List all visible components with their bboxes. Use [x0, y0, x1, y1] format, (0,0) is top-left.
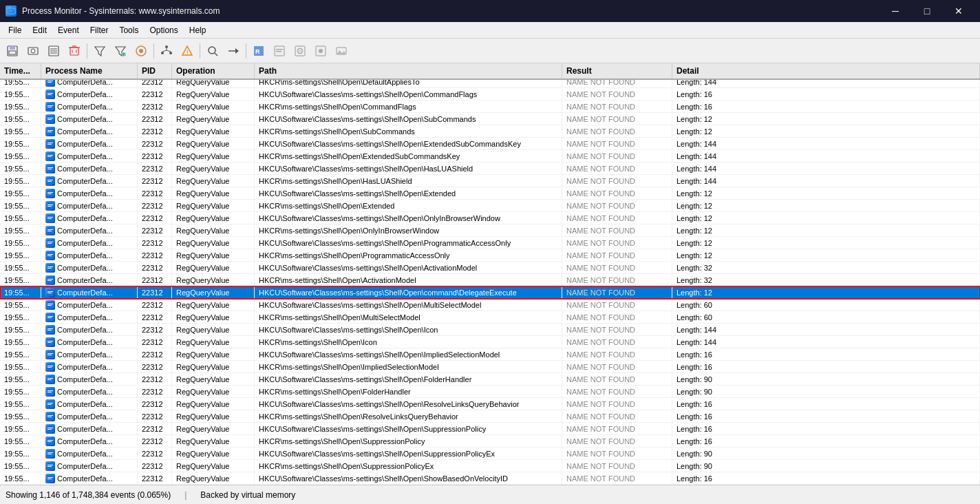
- table-row[interactable]: 19:55... ComputerDefa... 22312 RegQueryV…: [0, 162, 980, 175]
- table-row[interactable]: 19:55... ComputerDefa... 22312 RegQueryV…: [0, 472, 980, 485]
- table-row[interactable]: 19:55... ComputerDefa... 22312 RegQueryV…: [0, 150, 980, 162]
- menu-edit[interactable]: Edit: [27, 24, 52, 36]
- jump-button[interactable]: [224, 41, 243, 61]
- cell-result: NAME NOT FOUND: [562, 175, 672, 187]
- svg-rect-67: [47, 93, 53, 94]
- table-row[interactable]: 19:55... ComputerDefa... 22312 RegQueryV…: [0, 138, 980, 150]
- col-detail[interactable]: Detail: [672, 63, 980, 78]
- cell-path: HKCR\ms-settings\Shell\Open\OnlyInBrowse…: [255, 224, 562, 236]
- window-controls[interactable]: ─ □ ✕: [880, 0, 974, 22]
- cell-pid: 22312: [138, 200, 172, 211]
- table-row[interactable]: 19:55... ComputerDefa... 22312 RegQueryV…: [0, 224, 980, 237]
- cell-process: ComputerDefa...: [41, 224, 138, 236]
- table-row[interactable]: 19:55... ComputerDefa... 22312 RegQueryV…: [0, 398, 980, 410]
- file-button[interactable]: [270, 41, 289, 61]
- col-pid[interactable]: PID: [138, 63, 172, 78]
- autoscroll-button[interactable]: [44, 41, 63, 61]
- save-button[interactable]: [3, 41, 22, 61]
- cell-pid: 22312: [138, 187, 172, 199]
- menu-filter[interactable]: Filter: [85, 24, 114, 36]
- table-row[interactable]: 19:55... ComputerDefa... 22312 RegQueryV…: [0, 373, 980, 386]
- filter-button[interactable]: [90, 41, 109, 61]
- cell-pid: 22312: [138, 224, 172, 236]
- table-row[interactable]: 19:55... ComputerDefa... 22312 RegQueryV…: [0, 386, 980, 398]
- image-button[interactable]: [332, 41, 351, 61]
- svg-rect-145: [47, 415, 53, 416]
- col-path[interactable]: Path: [255, 63, 562, 78]
- col-result[interactable]: Result: [562, 63, 672, 78]
- cell-pid: 22312: [138, 88, 172, 100]
- menu-help[interactable]: Help: [184, 24, 212, 36]
- table-row[interactable]: 19:55... ComputerDefa... 22312 RegQueryV…: [0, 324, 980, 336]
- cell-detail: Length: 60: [672, 311, 980, 323]
- table-row[interactable]: 19:55... ComputerDefa... 22312 RegQueryV…: [0, 101, 980, 113]
- table-row[interactable]: 19:55... ComputerDefa... 22312 RegQueryV…: [0, 262, 980, 274]
- cell-detail: Length: 90: [672, 386, 980, 397]
- table-row[interactable]: 19:55... ComputerDefa... 22312 RegQueryV…: [0, 249, 980, 262]
- svg-rect-100: [47, 229, 53, 230]
- col-time[interactable]: Time...: [0, 63, 41, 78]
- menu-options[interactable]: Options: [144, 24, 183, 36]
- network-button[interactable]: [290, 41, 310, 61]
- table-row[interactable]: 19:55... ComputerDefa... 22312 RegQueryV…: [0, 299, 980, 311]
- cell-path: HKCU\Software\Classes\ms-settings\Shell\…: [255, 212, 562, 224]
- cell-path: HKCR\ms-settings\Shell\Open\FolderHandle…: [255, 386, 562, 397]
- capture-button[interactable]: [23, 41, 43, 61]
- table-row[interactable]: 19:55... ComputerDefa... 22312 RegQueryV…: [0, 361, 980, 373]
- cell-time: 19:55...: [0, 373, 41, 385]
- table-row[interactable]: 19:55... ComputerDefa... 22312 RegQueryV…: [0, 435, 980, 448]
- svg-rect-113: [47, 280, 52, 281]
- menu-tools[interactable]: Tools: [114, 24, 144, 36]
- table-row[interactable]: 19:55... ComputerDefa... 22312 RegQueryV…: [0, 212, 980, 224]
- process-tree-button[interactable]: [157, 41, 176, 61]
- cell-detail: Length: 32: [672, 274, 980, 286]
- table-row[interactable]: 19:55... ComputerDefa... 22312 RegQueryV…: [0, 200, 980, 212]
- search-button[interactable]: [203, 41, 222, 61]
- registry-button[interactable]: R: [249, 41, 268, 61]
- menu-file[interactable]: File: [3, 24, 27, 36]
- cell-path: HKCR\ms-settings\Shell\Open\SuppressionP…: [255, 435, 562, 447]
- cell-time: 19:55...: [0, 162, 41, 174]
- process-icon: [45, 337, 55, 347]
- table-row[interactable]: 19:55... ComputerDefa... 22312 RegQueryV…: [0, 348, 980, 361]
- table-row[interactable]: 19:55... ComputerDefa... 22312 RegQueryV…: [0, 175, 980, 187]
- table-row[interactable]: 19:55... ComputerDefa... 22312 RegQueryV…: [0, 423, 980, 435]
- cell-result: NAME NOT FOUND: [562, 101, 672, 112]
- highlight-button[interactable]: [131, 41, 151, 61]
- cell-process: ComputerDefa...: [41, 423, 138, 434]
- table-row[interactable]: 19:55... ComputerDefa... 22312 RegQueryV…: [0, 187, 980, 200]
- table-row[interactable]: 19:55... ComputerDefa... 22312 RegQueryV…: [0, 460, 980, 472]
- table-row[interactable]: 19:55... ComputerDefa... 22312 RegQueryV…: [0, 80, 980, 88]
- event-button[interactable]: !: [178, 41, 197, 61]
- table-row[interactable]: 19:55... ComputerDefa... 22312 RegQueryV…: [0, 237, 980, 249]
- table-row[interactable]: 19:55... ComputerDefa... 22312 RegQueryV…: [0, 286, 980, 299]
- cell-operation: RegQueryValue: [172, 472, 255, 484]
- clear-button[interactable]: [65, 41, 84, 61]
- col-operation[interactable]: Operation: [172, 63, 255, 78]
- maximize-button[interactable]: □: [911, 0, 943, 22]
- table-row[interactable]: 19:55... ComputerDefa... 22312 RegQueryV…: [0, 88, 980, 101]
- table-row[interactable]: 19:55... ComputerDefa... 22312 RegQueryV…: [0, 274, 980, 286]
- svg-rect-95: [47, 206, 52, 207]
- table-row[interactable]: 19:55... ComputerDefa... 22312 RegQueryV…: [0, 410, 980, 423]
- svg-rect-118: [47, 304, 53, 304]
- table-row[interactable]: 19:55... ComputerDefa... 22312 RegQueryV…: [0, 448, 980, 460]
- close-button[interactable]: ✕: [943, 0, 974, 22]
- col-process[interactable]: Process Name: [41, 63, 138, 78]
- minimize-button[interactable]: ─: [880, 0, 911, 22]
- table-row[interactable]: 19:55... ComputerDefa... 22312 RegQueryV…: [0, 311, 980, 324]
- table-row[interactable]: 19:55... ComputerDefa... 22312 RegQueryV…: [0, 125, 980, 138]
- cell-result: NAME NOT FOUND: [562, 249, 672, 261]
- svg-rect-127: [47, 341, 53, 342]
- table-body[interactable]: 19:55... ComputerDefa... 22312 RegQueryV…: [0, 80, 980, 485]
- cell-pid: 22312: [138, 138, 172, 149]
- process-icon: [45, 263, 55, 273]
- process-button[interactable]: [311, 41, 330, 61]
- cell-pid: 22312: [138, 410, 172, 422]
- menu-event[interactable]: Event: [52, 24, 85, 36]
- cell-process: ComputerDefa...: [41, 88, 138, 100]
- filter-edit-button[interactable]: ✓: [111, 41, 130, 61]
- svg-rect-161: [47, 479, 52, 479]
- table-row[interactable]: 19:55... ComputerDefa... 22312 RegQueryV…: [0, 113, 980, 125]
- table-row[interactable]: 19:55... ComputerDefa... 22312 RegQueryV…: [0, 336, 980, 348]
